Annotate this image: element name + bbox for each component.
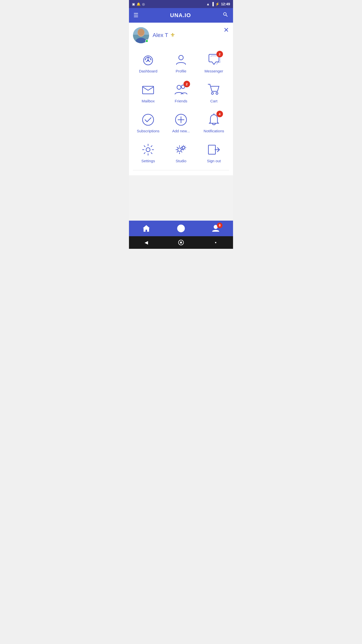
main-content: ✕ Alex T ⚜ xyxy=(129,23,233,175)
svg-point-4 xyxy=(138,29,144,36)
bottom-nav-home[interactable] xyxy=(138,222,155,235)
menu-item-dashboard[interactable]: Dashboard xyxy=(133,50,163,75)
friends-label: Friends xyxy=(175,99,187,103)
svg-rect-21 xyxy=(208,145,215,154)
messenger-label: Messenger xyxy=(205,69,223,73)
app-title: UNA.IO xyxy=(170,12,191,19)
sim-card-icon: ▣ xyxy=(132,2,135,6)
friends-icon: 2 xyxy=(173,82,189,97)
profile-icon xyxy=(173,52,189,67)
menu-item-settings[interactable]: Settings xyxy=(133,140,163,165)
user-name: Alex T xyxy=(153,32,168,38)
gray-area xyxy=(129,175,233,221)
sign-out-icon xyxy=(206,142,221,157)
online-indicator xyxy=(145,39,148,43)
status-left-icons: ▣ 🔔 ◎ xyxy=(132,2,145,6)
svg-point-7 xyxy=(145,59,146,60)
notification-bell-icon: 🔔 xyxy=(137,2,141,6)
subscriptions-label: Subscriptions xyxy=(137,129,159,133)
avatar-wrap[interactable] xyxy=(133,27,149,43)
fleur-de-lis-icon: ⚜ xyxy=(170,32,175,38)
loading-icon: ◎ xyxy=(142,2,145,6)
subscriptions-icon xyxy=(141,112,156,127)
cart-icon xyxy=(206,82,221,97)
svg-point-10 xyxy=(179,55,183,60)
messenger-icon: 2 xyxy=(206,52,221,67)
android-nav-bar: ◀ ▪ xyxy=(129,236,233,249)
bottom-nav-profile[interactable]: 8 xyxy=(207,222,224,235)
dashboard-icon xyxy=(141,52,156,67)
add-new-icon xyxy=(173,112,189,127)
sign-out-label: Sign out xyxy=(207,159,221,163)
menu-item-friends[interactable]: 2 Friends xyxy=(166,80,196,105)
svg-point-14 xyxy=(211,92,213,94)
close-button[interactable]: ✕ xyxy=(223,27,229,33)
user-name-wrap: Alex T ⚜ xyxy=(153,32,175,38)
home-button[interactable] xyxy=(177,238,185,247)
svg-point-20 xyxy=(182,146,185,149)
app-header: ☰ UNA.IO xyxy=(129,8,233,23)
profile-label: Profile xyxy=(176,69,187,73)
user-info: Alex T ⚜ xyxy=(133,27,229,43)
dashboard-label: Dashboard xyxy=(139,69,157,73)
messenger-badge: 2 xyxy=(216,51,223,57)
signal-icon: ▐ xyxy=(211,2,214,6)
status-bar: ▣ 🔔 ◎ ▲ ▐ ⚡ 12:49 xyxy=(129,0,233,8)
svg-point-8 xyxy=(148,58,149,58)
menu-button[interactable]: ☰ xyxy=(133,12,139,19)
settings-icon xyxy=(141,142,156,157)
notifications-label: Notifications xyxy=(204,129,224,133)
menu-item-notifications[interactable]: 4 Notifications xyxy=(199,110,229,135)
back-button[interactable]: ◀ xyxy=(142,238,151,247)
recents-button[interactable]: ▪ xyxy=(211,238,220,247)
menu-item-profile[interactable]: Profile xyxy=(166,50,196,75)
svg-point-15 xyxy=(216,92,218,94)
menu-grid: Dashboard Profile 2 Messenger xyxy=(133,50,229,165)
svg-point-12 xyxy=(177,85,181,89)
menu-item-cart[interactable]: Cart xyxy=(199,80,229,105)
notifications-badge: 4 xyxy=(216,111,223,117)
svg-point-25 xyxy=(180,242,182,244)
notifications-icon: 4 xyxy=(206,112,221,127)
time-display: 12:49 xyxy=(221,2,230,6)
svg-point-19 xyxy=(178,148,181,151)
search-button[interactable] xyxy=(222,12,229,19)
profile-nav-badge: 8 xyxy=(217,223,222,228)
settings-label: Settings xyxy=(141,159,155,163)
bottom-nav: 8 xyxy=(129,221,233,236)
menu-item-add-new[interactable]: Add new... xyxy=(166,110,196,135)
studio-label: Studio xyxy=(176,159,187,163)
cart-label: Cart xyxy=(210,99,217,103)
battery-icon: ⚡ xyxy=(215,2,219,6)
mailbox-label: Mailbox xyxy=(142,99,155,103)
friends-badge: 2 xyxy=(184,81,190,87)
mailbox-icon xyxy=(141,82,156,97)
studio-icon xyxy=(173,142,189,157)
bottom-nav-add[interactable] xyxy=(172,222,190,235)
add-new-label: Add new... xyxy=(172,129,190,133)
menu-item-mailbox[interactable]: Mailbox xyxy=(133,80,163,105)
content-divider xyxy=(133,170,229,170)
status-right-icons: ▲ ▐ ⚡ 12:49 xyxy=(206,2,230,6)
svg-point-16 xyxy=(143,114,154,125)
svg-point-9 xyxy=(150,59,151,60)
menu-item-messenger[interactable]: 2 Messenger xyxy=(199,50,229,75)
wifi-icon: ▲ xyxy=(206,2,210,6)
menu-item-sign-out[interactable]: Sign out xyxy=(199,140,229,165)
svg-point-18 xyxy=(146,148,150,152)
menu-item-studio[interactable]: Studio xyxy=(166,140,196,165)
menu-item-subscriptions[interactable]: Subscriptions xyxy=(133,110,163,135)
